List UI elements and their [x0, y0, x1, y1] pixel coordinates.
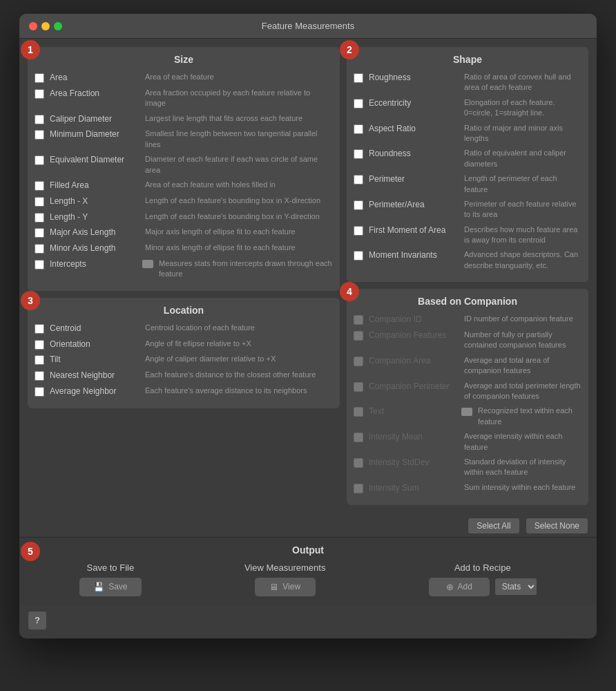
shape-badge: 2	[340, 40, 359, 59]
stats-select[interactable]: Stats	[494, 578, 537, 596]
companion-id-desc: ID number of companion feature	[464, 314, 581, 324]
list-item: Equivalent Diameter Diameter of each fea…	[35, 154, 333, 176]
list-item: Major Axis Length Major axis length of e…	[35, 227, 333, 238]
aspect-ratio-checkbox[interactable]	[354, 124, 363, 134]
area-fraction-checkbox[interactable]	[35, 89, 44, 99]
text-label: Text	[369, 406, 459, 417]
shape-header: Shape	[354, 54, 581, 65]
location-section: 3 Location Centroid Centroid location of…	[28, 298, 340, 408]
major-axis-length-desc: Major axis length of ellipse fit to each…	[145, 227, 333, 237]
list-item: Average Neighbor Each feature's average …	[35, 386, 333, 397]
list-item: Length - X Length of each feature's boun…	[35, 196, 333, 207]
view-button[interactable]: 🖥 View	[254, 577, 316, 597]
nearest-neighbor-desc: Each feature's distance to the closest o…	[145, 370, 333, 380]
list-item: Tilt Angle of caliper diameter relative …	[35, 354, 333, 366]
eccentricity-checkbox[interactable]	[354, 99, 363, 108]
filled-area-checkbox[interactable]	[35, 181, 44, 191]
tilt-checkbox[interactable]	[35, 355, 44, 365]
companion-perimeter-label: Companion Perimeter	[369, 381, 459, 392]
area-fraction-label: Area Fraction	[50, 88, 139, 100]
intensity-mean-checkbox	[354, 433, 363, 442]
roundness-desc: Ratio of equivalent and caliper diameter…	[464, 148, 581, 169]
perimeter-checkbox[interactable]	[354, 175, 363, 184]
close-button[interactable]	[29, 22, 37, 30]
intensity-mean-desc: Average intensity within each feature	[464, 431, 581, 453]
length-x-label: Length - X	[50, 196, 139, 207]
intercepts-icon	[142, 260, 153, 268]
average-neighbor-checkbox[interactable]	[35, 387, 44, 397]
save-icon: 💾	[93, 582, 104, 592]
minimize-button[interactable]	[41, 22, 50, 30]
major-axis-length-checkbox[interactable]	[35, 228, 44, 238]
roundness-checkbox[interactable]	[354, 149, 363, 159]
intercepts-checkbox[interactable]	[35, 260, 44, 269]
moment-invariants-checkbox[interactable]	[354, 251, 363, 261]
save-label: Save to File	[87, 562, 135, 573]
roughness-checkbox[interactable]	[354, 73, 363, 83]
text-checkbox	[354, 407, 363, 417]
intensity-sum-desc: Sum intensity within each feature	[464, 482, 581, 493]
orientation-checkbox[interactable]	[35, 340, 44, 350]
minor-axis-length-checkbox[interactable]	[35, 244, 44, 254]
minimum-diameter-checkbox[interactable]	[35, 130, 44, 140]
add-button[interactable]: ⊕ Add	[428, 577, 490, 597]
size-header: Size	[35, 54, 333, 65]
caliper-diameter-checkbox[interactable]	[35, 115, 44, 124]
length-y-checkbox[interactable]	[35, 213, 44, 223]
area-checkbox[interactable]	[35, 73, 44, 83]
list-item: Eccentricity Elongation of each feature.…	[354, 97, 581, 119]
save-button[interactable]: 💾 Save	[79, 577, 142, 597]
length-x-checkbox[interactable]	[35, 197, 44, 207]
minimum-diameter-label: Minimum Diameter	[50, 129, 139, 140]
add-row: ⊕ Add Stats	[428, 577, 537, 597]
filled-area-desc: Area of each feature with holes filled i…	[145, 180, 333, 190]
select-all-button[interactable]: Select All	[468, 518, 519, 534]
tilt-label: Tilt	[50, 354, 139, 366]
location-header: Location	[35, 305, 333, 316]
add-icon: ⊕	[446, 582, 454, 592]
orientation-desc: Angle of fit ellipse relative to +X	[145, 339, 333, 349]
output-badge: 5	[21, 542, 40, 561]
perimeter-area-checkbox[interactable]	[354, 200, 363, 210]
view-label: View Measurements	[244, 562, 326, 573]
output-section: 5 Output Save to File 💾 Save View Measur…	[19, 537, 597, 605]
caliper-diameter-desc: Largest line length that fits across eac…	[145, 113, 333, 124]
list-item: Text Recognized text within each feature	[354, 406, 581, 427]
intensity-mean-label: Intensity Mean	[369, 431, 459, 443]
length-x-desc: Length of each feature's bounding box in…	[145, 196, 333, 206]
caliper-diameter-label: Caliper Diameter	[50, 113, 139, 125]
centroid-checkbox[interactable]	[35, 324, 44, 334]
intensity-sum-checkbox	[354, 484, 363, 493]
add-item: Add to Recipe ⊕ Add Stats	[428, 562, 537, 597]
companion-perimeter-checkbox	[354, 382, 363, 392]
help-container: ?	[19, 605, 597, 638]
roundness-label: Roundness	[369, 148, 459, 160]
titlebar: Feature Measurements	[19, 14, 597, 39]
perimeter-area-desc: Perimeter of each feature relative to it…	[464, 199, 581, 220]
help-button[interactable]: ?	[28, 611, 47, 630]
orientation-label: Orientation	[50, 339, 139, 350]
equivalent-diameter-checkbox[interactable]	[35, 155, 44, 165]
list-item: Length - Y Length of each feature's boun…	[35, 211, 333, 223]
first-moment-checkbox[interactable]	[354, 226, 363, 236]
size-section: 1 Size Area Area of each feature Area Fr…	[28, 47, 340, 291]
nearest-neighbor-checkbox[interactable]	[35, 371, 44, 381]
select-none-button[interactable]: Select None	[526, 518, 588, 534]
area-label: Area	[50, 72, 139, 84]
save-btn-label: Save	[108, 582, 127, 591]
average-neighbor-desc: Each feature's average distance to its n…	[145, 386, 333, 396]
aspect-ratio-desc: Ratio of major and minor axis lengths	[464, 123, 581, 144]
moment-invariants-desc: Advanced shape descriptors. Can describe…	[464, 249, 581, 271]
eccentricity-label: Eccentricity	[369, 97, 459, 109]
roughness-desc: Ratio of area of convex hull and area of…	[464, 72, 581, 93]
companion-section: 4 Based on Companion Companion ID ID num…	[347, 289, 588, 504]
companion-features-desc: Number of fully or partially contained c…	[464, 330, 581, 351]
nearest-neighbor-label: Nearest Neighbor	[50, 370, 139, 381]
list-item: Roughness Ratio of area of convex hull a…	[354, 72, 581, 93]
companion-features-label: Companion Features	[369, 330, 459, 341]
maximize-button[interactable]	[54, 22, 62, 30]
list-item: Companion ID ID number of companion feat…	[354, 314, 581, 325]
text-row: Text	[369, 406, 472, 417]
list-item: Roundness Ratio of equivalent and calipe…	[354, 148, 581, 169]
list-item: Moment Invariants Advanced shape descrip…	[354, 249, 581, 271]
